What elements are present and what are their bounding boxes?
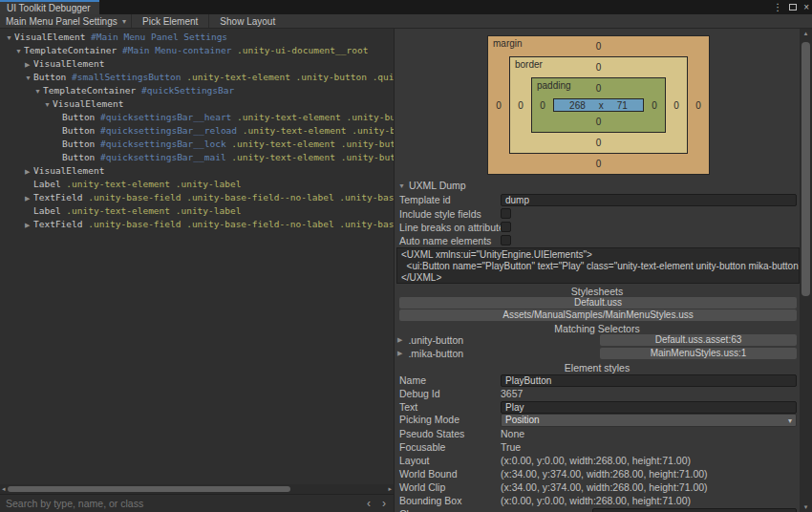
field-label: Text — [399, 401, 417, 413]
field-row-world-clip: World Clip (x:34.00, y:374.00, width:268… — [395, 481, 800, 494]
expand-arrow-icon[interactable]: ▼ — [15, 45, 24, 57]
picking-mode-dropdown[interactable]: Position▾ — [501, 414, 797, 427]
ui-toolkit-debugger-window: UI Toolkit Debugger ⋮ × Main Menu Panel … — [0, 0, 812, 512]
content-height-value: 71 — [617, 100, 628, 111]
tree-row[interactable]: ▼TemplateContainer #Main Menu-container … — [0, 44, 394, 57]
tree-row[interactable]: Button #quicksettingsBar__mail .unity-te… — [0, 151, 394, 164]
search-next-icon[interactable]: › — [382, 495, 386, 512]
margin-right-value: 0 — [695, 100, 701, 111]
chevron-down-icon: ▾ — [122, 17, 126, 26]
pick-element-label: Pick Element — [142, 16, 198, 27]
tree-row[interactable]: Button #quicksettingsBar__reload .unity-… — [0, 124, 394, 138]
expand-arrow-icon[interactable]: ▶ — [25, 58, 33, 71]
border-right-value: 0 — [673, 100, 679, 111]
field-row-bounding-box: Bounding Box (x:0.00, y:0.00, width:268.… — [395, 495, 800, 507]
auto-name-checkbox[interactable] — [501, 235, 511, 245]
name-input[interactable] — [501, 374, 797, 387]
field-row-text: Text — [395, 401, 800, 415]
tree-row[interactable]: ▶VisualElement — [0, 57, 394, 71]
stylesheet-item[interactable]: Default.uss — [399, 297, 797, 309]
tab-ui-toolkit-debugger[interactable]: UI Toolkit Debugger — [0, 0, 99, 14]
field-label: Picking Mode — [399, 414, 459, 425]
tree-row[interactable]: ▼VisualElement #Main Menu Panel Settings — [0, 31, 394, 44]
tree-row[interactable]: ▶TextField .unity-base-field .unity-base… — [0, 191, 394, 204]
vertical-scrollbar-thumb[interactable] — [801, 42, 810, 296]
auto-name-label: Auto name elements — [399, 235, 491, 246]
expand-arrow-icon[interactable]: ▼ — [34, 85, 43, 97]
tree-row[interactable]: ▼TemplateContainer #quickSettingsBar — [0, 84, 394, 97]
layout-value: (x:0.00, y:0.00, width:268.00, height:71… — [501, 455, 691, 466]
selector-foldout[interactable]: ▶.mika-button — [397, 348, 463, 359]
search-input[interactable] — [0, 495, 353, 512]
show-layout-button[interactable]: Show Layout — [209, 14, 286, 28]
vertical-scrollbar[interactable]: ▴ ▾ — [800, 29, 812, 512]
padding-top-value: 0 — [596, 83, 602, 94]
horizontal-scrollbar-thumb[interactable] — [8, 486, 290, 492]
border-top-value: 0 — [596, 62, 602, 73]
tree-row[interactable]: ▼VisualElement — [0, 97, 394, 111]
expand-arrow-icon[interactable]: ▼ — [25, 72, 33, 84]
scroll-left-icon[interactable]: ◂ — [2, 484, 6, 494]
uxml-code-line: </UXML> — [401, 272, 441, 283]
titlebar: UI Toolkit Debugger ⋮ × — [0, 0, 812, 14]
stylesheets-header: Stylesheets — [395, 286, 800, 297]
selector-source-button[interactable]: Default.uss.asset:63 — [600, 334, 797, 346]
tree-row[interactable]: Label .unity-text-element .unity-label — [0, 204, 394, 218]
field-label: Layout — [399, 455, 430, 466]
tree-row[interactable]: ▶VisualElement — [0, 164, 394, 178]
stylesheet-item[interactable]: Assets/ManualSamples/MainMenuStyles.uss — [399, 309, 797, 321]
show-layout-label: Show Layout — [220, 16, 275, 27]
expand-arrow-icon[interactable]: ▼ — [6, 32, 14, 44]
expand-arrow-icon[interactable]: ▼ — [44, 98, 53, 111]
search-bar: ‹ › — [0, 494, 394, 512]
field-label: Classes — [399, 508, 435, 512]
picking-mode-value: Position — [505, 415, 540, 425]
panel-selector-dropdown[interactable]: Main Menu Panel Settings ▾ — [0, 14, 131, 28]
template-id-input[interactable] — [501, 194, 797, 206]
selector-foldout[interactable]: ▶.unity-button — [397, 334, 463, 346]
scroll-down-icon[interactable]: ▾ — [800, 503, 812, 511]
padding-left-value: 0 — [540, 100, 545, 111]
text-input[interactable] — [501, 401, 797, 414]
field-row-debug-id: Debug Id 3657 — [395, 388, 800, 400]
tree-row[interactable]: ▶TextField .unity-base-field .unity-base… — [0, 218, 394, 231]
line-breaks-row: Line breaks on attributes — [395, 222, 800, 234]
tree-row[interactable]: Button #quicksettingsBar__lock .unity-te… — [0, 138, 394, 151]
line-breaks-checkbox[interactable] — [501, 222, 511, 232]
bounding-box-value: (x:0.00, y:0.00, width:268.00, height:71… — [501, 495, 691, 506]
tree-row[interactable]: ▼Button #smallSettingsButton .unity-text… — [0, 71, 394, 84]
horizontal-scrollbar[interactable]: ◂ ▸ — [0, 484, 394, 494]
scroll-up-icon[interactable]: ▴ — [800, 30, 812, 37]
tree-row[interactable]: Button #quicksettingsBar__heart .unity-t… — [0, 111, 394, 124]
details-panel: margin 0 0 0 0 border 0 0 0 0 padding 0 … — [395, 29, 812, 512]
uxml-dump-foldout[interactable]: ▼ UXML Dump — [398, 180, 466, 191]
border-bottom-value: 0 — [596, 138, 602, 148]
selector-source-button[interactable]: MainMenuStyles.uss:1 — [600, 348, 797, 359]
tab-title: UI Toolkit Debugger — [7, 3, 91, 13]
padding-bottom-value: 0 — [596, 117, 602, 127]
template-id-row: Template id — [395, 194, 800, 207]
close-icon[interactable]: × — [803, 0, 809, 14]
classes-input[interactable] — [592, 508, 797, 512]
kebab-menu-icon[interactable]: ⋮ — [773, 0, 782, 14]
foldout-collapsed-icon[interactable]: ▶ — [397, 350, 402, 357]
uxml-dump-title: UXML Dump — [409, 180, 466, 191]
maximize-icon[interactable] — [789, 4, 797, 11]
uxml-code-box[interactable]: <UXML xmlns:ui="UnityEngine.UIElements">… — [396, 247, 800, 284]
box-model-margin: margin 0 0 0 0 border 0 0 0 0 padding 0 … — [487, 35, 710, 175]
pick-element-button[interactable]: Pick Element — [132, 14, 208, 28]
border-left-value: 0 — [518, 100, 524, 111]
tree-row[interactable]: Label .unity-text-element .unity-label — [0, 178, 394, 191]
scroll-right-icon[interactable]: ▸ — [388, 484, 392, 494]
foldout-expanded-icon[interactable]: ▼ — [398, 182, 405, 189]
template-id-label: Template id — [399, 194, 451, 205]
expand-arrow-icon[interactable]: ▶ — [25, 192, 33, 204]
expand-arrow-icon[interactable]: ▶ — [25, 165, 33, 178]
expand-arrow-icon[interactable]: ▶ — [25, 219, 33, 231]
margin-bottom-value: 0 — [596, 159, 602, 169]
search-prev-icon[interactable]: ‹ — [367, 495, 371, 512]
foldout-collapsed-icon[interactable]: ▶ — [397, 336, 402, 344]
selector-row: ▶.unity-button Default.uss.asset:63 — [395, 334, 800, 347]
include-style-fields-checkbox[interactable] — [501, 208, 511, 219]
pseudo-states-value: None — [501, 428, 524, 439]
